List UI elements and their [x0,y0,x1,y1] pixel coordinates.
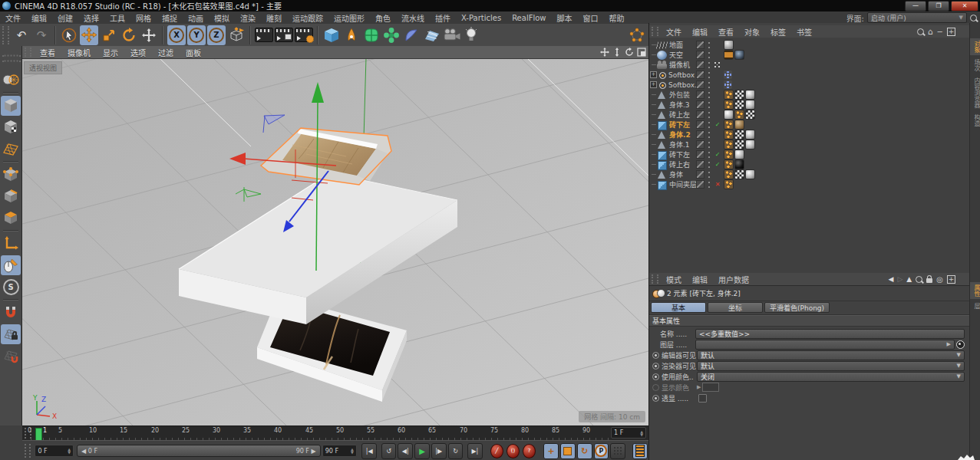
om-menu-objects[interactable]: 对象 [739,26,765,38]
material-tag-icon[interactable] [745,140,755,150]
viewport-menu-filter[interactable]: 过滤 [152,47,180,58]
object-row[interactable]: +Softbox.1 [649,80,969,90]
make-editable-button[interactable] [1,70,21,90]
goto-end-button[interactable]: ▶| [467,443,483,459]
enabled-check[interactable]: ✓ [714,151,721,158]
rotate-tool-button[interactable] [120,25,138,45]
search-icon[interactable] [917,28,924,35]
points-mode-button[interactable] [1,165,21,185]
customize-palette-button[interactable] [628,25,646,45]
add-mograph-button[interactable] [382,25,401,45]
lock-icon[interactable] [926,278,932,283]
step-forward-button[interactable]: |▶ [431,443,447,459]
phong-tag-icon[interactable] [724,179,734,189]
uvw-tag-icon[interactable] [734,90,744,100]
om-menu-bookmarks[interactable]: 书签 [791,26,817,38]
side-tab-structure[interactable]: 构造 [970,112,980,129]
visibility-dots[interactable] [708,181,711,189]
object-row[interactable]: 砖上左 [649,110,969,120]
phong-tag-icon[interactable] [724,90,734,100]
menu-snap[interactable]: 捕捉 [157,12,183,24]
playhead[interactable] [35,428,42,441]
visibility-dots[interactable] [708,151,711,159]
side-tab-objects[interactable]: 对象 [970,38,980,55]
om-menu-tags[interactable]: 标签 [765,26,791,38]
visibility-dots[interactable] [708,101,711,109]
toggle-view-icon[interactable] [636,48,646,58]
phong-tag-icon[interactable] [724,120,734,130]
key-scale-button[interactable] [560,443,576,459]
uvw-tag-icon[interactable] [734,100,744,110]
collapse-icon[interactable]: − [937,28,943,36]
record-options-button[interactable]: ? [523,444,536,458]
track-icon[interactable]: ◎ [936,275,943,284]
spinner-arrows-icon[interactable]: ▲▼ [640,430,643,436]
menu-render[interactable]: 渲染 [235,12,261,24]
tab-coordinates[interactable]: 坐标 [708,302,763,313]
zoom-view-icon[interactable] [612,48,622,58]
phong-tag-icon[interactable] [724,100,734,110]
uvw-tag-icon[interactable] [734,169,744,179]
object-row-selected[interactable]: 身体.2 [649,130,969,140]
render-picture-viewer-button[interactable] [275,25,293,45]
current-frame-spinner[interactable]: 1 F▲▼ [611,427,646,439]
material-tag-icon[interactable] [734,159,744,169]
autokeying-button[interactable]: () [506,444,520,458]
viewport-canvas[interactable]: Y Z X 透视视图 网格 间隔: 10 cm [22,59,648,426]
add-camera-button[interactable] [442,25,460,45]
coordinate-system-button[interactable] [227,25,246,45]
om-menu-file[interactable]: 文件 [661,26,687,38]
disabled-cross[interactable]: ✕ [714,181,721,188]
material-tag-icon[interactable] [745,90,755,100]
workplane-mode-button[interactable] [1,139,21,159]
layer-swatch[interactable] [696,90,704,99]
frame-ruler[interactable]: 0 5 10 15 20 25 30 35 40 45 50 55 60 65 … [28,426,611,441]
menu-plugins[interactable]: 插件 [430,12,456,24]
menu-mesh[interactable]: 网格 [130,12,157,24]
menu-pipeline[interactable]: 流水线 [396,12,430,24]
new-panel-icon[interactable]: + [947,275,955,284]
side-tab-takes[interactable]: 场次 [970,57,980,74]
material-tag-icon[interactable] [745,169,755,179]
menu-file[interactable]: 文件 [0,12,26,24]
layer-swatch[interactable] [696,110,704,119]
pan-view-icon[interactable] [599,48,609,58]
use-color-dropdown[interactable]: 关闭▼ [697,372,965,382]
key-position-button[interactable]: + [543,443,559,459]
tab-basic[interactable]: 基本 [651,302,706,313]
minimize-button[interactable]: — [905,1,926,12]
viewport-menu-display[interactable]: 显示 [97,47,124,58]
lock-y-axis-button[interactable]: Y [187,25,206,45]
search-icon[interactable] [916,276,922,283]
visibility-dots[interactable] [708,91,711,99]
play-button[interactable]: ▶ [414,443,430,459]
object-row[interactable]: 摄像机 [649,60,969,70]
layer-swatch[interactable] [696,160,704,169]
am-menu-userdata[interactable]: 用户数据 [713,274,754,285]
xpresso-tag-icon[interactable] [724,71,732,79]
visibility-dots[interactable] [708,171,711,179]
enabled-check[interactable]: ✓ [714,161,721,168]
material-tag-icon[interactable] [745,100,755,110]
uvw-tag-icon[interactable] [734,140,744,150]
xray-checkbox[interactable] [698,394,707,402]
menu-animate[interactable]: 动画 [183,12,209,24]
keyframe-dot-icon[interactable] [652,363,659,370]
visibility-dots[interactable] [708,71,711,79]
phong-tag-icon[interactable] [724,159,734,169]
object-row[interactable]: 砖下左✓ [649,150,969,159]
live-selection-button[interactable] [60,25,78,45]
frame-range-slider[interactable]: ◀ 0 F 90 F ▶ [77,445,321,457]
layer-swatch[interactable] [696,150,704,159]
add-light-button[interactable] [462,25,480,45]
menu-help[interactable]: 帮助 [604,12,630,24]
object-row[interactable]: 身体.3 [649,100,969,110]
visibility-dots[interactable] [708,41,711,49]
xpresso-tag-icon[interactable] [724,80,732,89]
play-backward-button[interactable]: ↺ [381,443,397,459]
panel-grip[interactable] [652,274,658,284]
add-primitive-button[interactable] [322,25,341,45]
menu-edit[interactable]: 编辑 [26,12,52,24]
object-row[interactable]: +Softbox [649,70,969,80]
expand-all-icon[interactable]: + [947,28,955,36]
